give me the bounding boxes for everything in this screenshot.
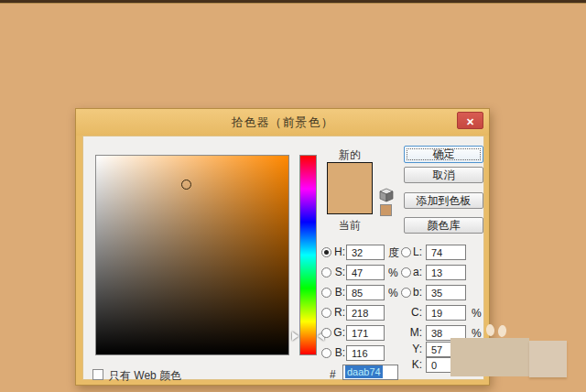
l-label: L:: [407, 245, 422, 260]
new-color-swatch: [328, 163, 372, 189]
web-only-label: 只有 Web 颜色: [109, 368, 181, 384]
current-color-label: 当前: [327, 218, 373, 234]
c-unit: %: [472, 306, 482, 321]
a-label: a:: [407, 265, 422, 280]
hex-input[interactable]: daab74: [342, 365, 398, 380]
overlay-card-right: [529, 341, 567, 377]
ok-button[interactable]: 确定: [404, 146, 483, 163]
hex-prefix-label: #: [330, 368, 336, 381]
overlay-card-left: [450, 338, 529, 376]
c-input[interactable]: [426, 305, 466, 321]
dialog-titlebar[interactable]: 拾色器（前景色） ✕: [76, 109, 489, 136]
y-label: Y:: [407, 342, 422, 357]
overlay-dot-2: [497, 324, 507, 337]
desktop: 拾色器（前景色） ✕ 新的 当前 确定: [0, 0, 586, 392]
current-color-swatch[interactable]: [328, 189, 372, 214]
close-button[interactable]: ✕: [457, 112, 483, 129]
color-libraries-button[interactable]: 颜色库: [404, 217, 483, 234]
m-label: M:: [407, 325, 422, 341]
bb-label: b:: [407, 285, 422, 300]
close-icon: ✕: [466, 116, 474, 127]
web-only-checkbox[interactable]: [92, 369, 103, 380]
c-label: C:: [407, 305, 422, 321]
websafe-color-swatch[interactable]: [380, 204, 392, 216]
color-field-marker[interactable]: [181, 180, 191, 190]
color-picker-dialog: 拾色器（前景色） ✕ 新的 当前 确定: [75, 108, 490, 386]
web-gamut-cube-icon[interactable]: [379, 188, 394, 202]
cancel-button[interactable]: 取消: [404, 167, 483, 183]
add-to-swatches-button[interactable]: 添加到色板: [404, 192, 483, 209]
top-edge-strip: [0, 0, 586, 4]
hex-value: daab74: [345, 365, 383, 378]
k-label: K:: [407, 357, 422, 373]
bb-input[interactable]: [426, 285, 466, 300]
new-color-label: 新的: [327, 147, 373, 163]
dialog-title: 拾色器（前景色）: [76, 114, 489, 131]
a-input[interactable]: [426, 265, 466, 280]
color-swatch: [327, 162, 373, 214]
l-input[interactable]: [426, 245, 466, 260]
